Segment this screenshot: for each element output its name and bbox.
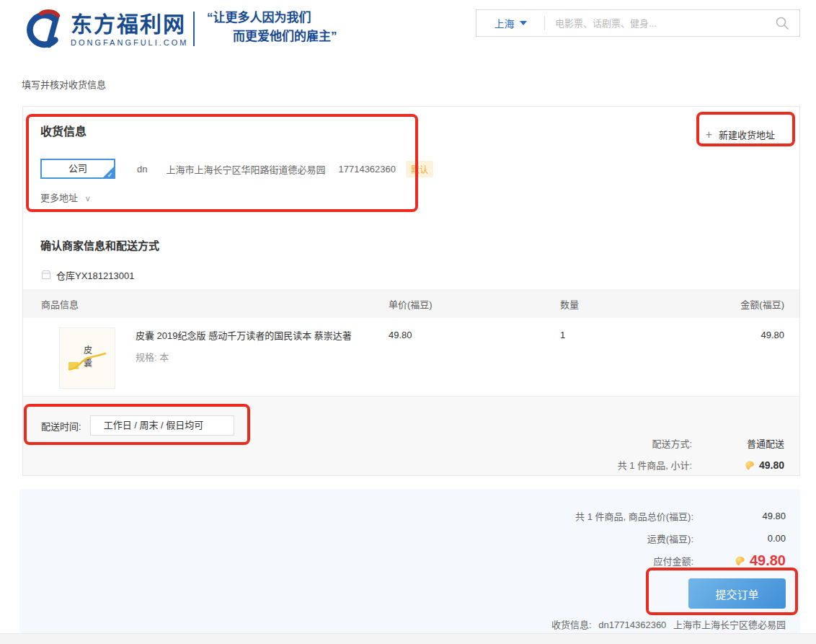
payable-label: 应付金额:	[653, 554, 693, 568]
product-unit-price: 49.80	[389, 327, 560, 396]
col-header-qty: 数量	[560, 297, 683, 311]
subtotal-value: 49.80	[759, 459, 784, 471]
logo-mark-icon	[20, 9, 65, 50]
freight-row: 运费(福豆): 0.00	[19, 527, 786, 550]
default-badge: 默认	[406, 161, 433, 177]
product-spec: 规格: 本	[136, 350, 352, 363]
payable-row: 应付金额: 49.80	[19, 550, 786, 572]
new-address-button[interactable]: + 新建收货地址	[696, 121, 785, 148]
site-header: 东方福利网 DONGFANGFULI.COM “让更多人因为我们 而更爱他们的雇…	[0, 0, 816, 61]
product-title[interactable]: 皮囊 2019纪念版 感动千万读者的国民读本 蔡崇达著	[136, 330, 352, 342]
new-address-label: 新建收货地址	[719, 128, 775, 141]
delivery-block: 配送时间: 工作日 / 周末 / 假日均可 配送方式: 普通配送 共 1 件商品…	[23, 396, 799, 476]
summary-footer: 收货信息: dn17714362360 上海市上海长宁区德必易园	[19, 617, 786, 631]
merchant-section-title: 确认商家信息和配送方式	[40, 238, 799, 253]
header-divider	[193, 12, 195, 46]
footer-address: 上海市上海长宁区德必易园	[673, 619, 786, 630]
book-cover-squiggle	[67, 352, 107, 374]
subtotal-label: 共 1 件商品, 小计:	[618, 458, 692, 472]
search-input[interactable]	[545, 18, 775, 29]
payable-value: 49.80	[750, 552, 786, 569]
plus-icon: +	[706, 128, 712, 141]
chevron-down-icon: ∨	[85, 194, 91, 203]
address-tag-button[interactable]: 公司 ✓	[40, 159, 115, 179]
delivery-method-label: 配送方式:	[652, 436, 692, 450]
delivery-time-label: 配送时间:	[41, 419, 81, 433]
search-icon[interactable]	[775, 16, 789, 30]
bean-icon	[734, 555, 746, 567]
chevron-down-icon	[520, 21, 527, 25]
address-detail: 上海市上海长宁区华阳路街道德必易园	[166, 162, 325, 176]
warehouse-icon	[41, 270, 51, 280]
col-header-price: 单价(福豆)	[389, 297, 560, 311]
tagline-line1: “让更多人因为我们	[207, 9, 337, 27]
total-row: 共 1 件商品, 商品总价(福豆): 49.80	[19, 505, 786, 527]
receiver-phone: 17714362360	[338, 164, 396, 175]
order-summary-panel: 共 1 件商品, 商品总价(福豆): 49.80 运费(福豆): 0.00 应付…	[19, 489, 800, 633]
subtotal-row: 共 1 件商品, 小计: 49.	[618, 458, 784, 472]
footer-shipping-label: 收货信息:	[551, 619, 592, 630]
search-bar: 上海	[476, 9, 800, 37]
product-info: 皮囊 2019纪念版 感动千万读者的国民读本 蔡崇达著 规格: 本	[136, 327, 352, 396]
order-table-header: 商品信息 单价(福豆) 数量 金额(福豆)	[23, 289, 799, 318]
col-header-amount: 金额(福豆)	[683, 297, 799, 311]
shipping-section: 收货信息 + 新建收货地址 公司 ✓ dn 上海市上海长宁区华阳路街道德必易园 …	[23, 107, 799, 205]
bean-icon	[744, 459, 755, 471]
tag-check-icon: ✓	[107, 171, 113, 180]
delivery-method-value: 普通配送	[692, 436, 784, 450]
delivery-time-select[interactable]: 工作日 / 周末 / 假日均可	[90, 415, 234, 436]
col-header-product: 商品信息	[23, 297, 389, 311]
payable-value-wrap: 49.80	[693, 552, 786, 569]
total-value: 49.80	[693, 511, 786, 521]
delivery-method-row: 配送方式: 普通配送	[618, 436, 784, 450]
submit-row: 提交订单	[19, 578, 786, 609]
total-label: 共 1 件商品, 商品总价(福豆):	[575, 509, 693, 523]
warehouse-name: 仓库YX181213001	[56, 268, 134, 282]
more-addresses-label: 更多地址	[40, 193, 78, 203]
product-cell: 皮囊 皮囊 2019纪念版 感动千万读者的国民读本 蔡崇达著 规格: 本	[23, 327, 389, 396]
delivery-summary: 配送方式: 普通配送 共 1 件商品, 小计:	[618, 428, 784, 472]
city-selector[interactable]: 上海	[476, 16, 544, 30]
checkout-panel: 收货信息 + 新建收货地址 公司 ✓ dn 上海市上海长宁区华阳路街道德必易园 …	[22, 106, 800, 476]
product-quantity: 1	[560, 327, 683, 396]
brand-name: 东方福利网	[71, 12, 189, 37]
table-row: 皮囊 皮囊 2019纪念版 感动千万读者的国民读本 蔡崇达著 规格: 本 49.…	[23, 318, 799, 396]
shipping-section-title: 收货信息	[40, 124, 782, 140]
page-title: 填写并核对收货信息	[22, 79, 816, 92]
footer-strip	[0, 633, 816, 644]
logo[interactable]: 东方福利网 DONGFANGFULI.COM	[20, 9, 189, 50]
tagline-line2: 而更爱他们的雇主”	[207, 27, 337, 46]
brand-tagline: “让更多人因为我们 而更爱他们的雇主”	[207, 9, 337, 46]
city-label: 上海	[495, 16, 515, 30]
brand-text: 东方福利网 DONGFANGFULI.COM	[71, 12, 189, 47]
receiver-name: dn	[137, 164, 147, 175]
address-row: 公司 ✓ dn 上海市上海长宁区华阳路街道德必易园 17714362360 默认	[40, 159, 782, 179]
address-tag-label: 公司	[68, 163, 87, 174]
warehouse-row: 仓库YX181213001	[41, 269, 799, 281]
product-amount: 49.80	[683, 327, 799, 396]
subtotal-value-wrap: 49.80	[692, 459, 784, 471]
footer-receiver: dn17714362360	[598, 619, 666, 630]
brand-domain: DONGFANGFULI.COM	[71, 38, 189, 47]
freight-label: 运费(福豆):	[647, 531, 693, 545]
submit-order-button[interactable]: 提交订单	[688, 578, 786, 609]
product-thumbnail[interactable]: 皮囊	[59, 327, 115, 389]
freight-value: 0.00	[693, 533, 786, 544]
more-addresses-link[interactable]: 更多地址 ∨	[40, 192, 782, 205]
